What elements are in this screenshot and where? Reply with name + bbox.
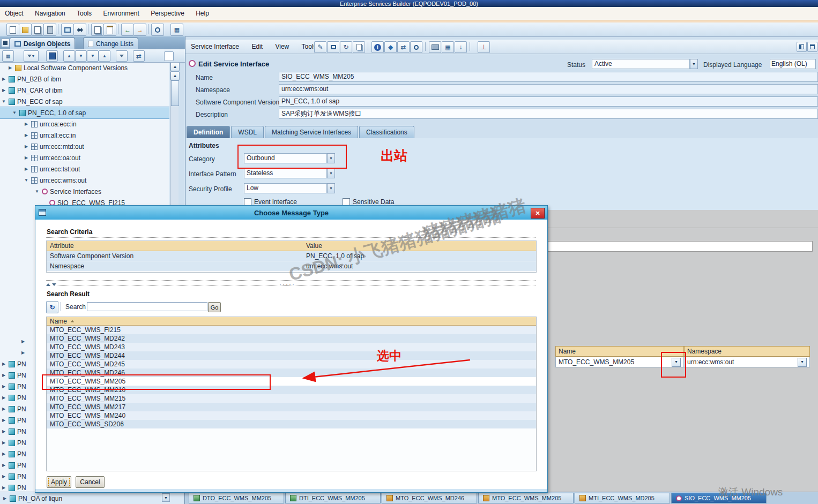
status-combobox[interactable]: Active ▼ [592, 59, 698, 69]
refresh-icon[interactable]: ↻ [46, 301, 58, 313]
result-row[interactable]: MTO_ECC_WMS_MD242 [47, 334, 536, 343]
where-used-icon[interactable] [410, 41, 422, 53]
sort-ascending-icon[interactable]: ▲ [63, 50, 75, 62]
collapse-down-icon[interactable] [52, 283, 56, 286]
apply-button[interactable]: Apply [47, 476, 71, 488]
paste-icon[interactable] [103, 24, 116, 36]
expander-icon[interactable]: ▶ [1, 373, 6, 378]
scroll-page-icon[interactable]: ▲ [170, 71, 180, 80]
menu-navigation[interactable]: Navigation [30, 7, 70, 20]
tab-classifications[interactable]: Classifications [359, 126, 414, 138]
move-down-icon[interactable]: ▼ [87, 50, 99, 62]
fullscreen-icon[interactable] [807, 42, 817, 52]
result-row[interactable]: MTO_ECC_WMS_MM215 [47, 394, 536, 403]
display-icon[interactable] [327, 41, 339, 53]
collapse-up-icon[interactable] [46, 283, 50, 286]
expander-icon[interactable]: ▶ [1, 395, 6, 400]
bottom-tab-mto-mm205[interactable]: MTO_ECC_WMS_MM205 [478, 493, 574, 503]
result-row[interactable]: MTO_ECC_WMS_MD243 [47, 343, 536, 351]
bottom-tab-sio-active[interactable]: SIO_ECC_WMS_MM205 [671, 493, 767, 503]
sensitive-data-checkbox[interactable]: Sensitive Data [343, 198, 394, 206]
expander-icon[interactable]: ▶ [1, 452, 6, 456]
expander-icon[interactable]: ▶ [1, 407, 6, 411]
value-help-icon[interactable]: ▼ [672, 358, 681, 367]
tree-item[interactable]: ▼ urn:ecc:wms:out [0, 175, 169, 186]
splitter-grip[interactable]: ····· [279, 281, 295, 288]
search-objects-icon[interactable] [73, 24, 86, 36]
tree-item[interactable]: ▶ PN_CAR of ibm [0, 85, 169, 96]
menu-service-interface[interactable]: Service Interface [185, 40, 244, 54]
close-icon[interactable]: ✕ [531, 208, 545, 219]
expander-icon[interactable]: ▶ [24, 122, 29, 126]
chevron-down-icon[interactable]: ▼ [327, 183, 335, 193]
menu-environment[interactable]: Environment [98, 7, 144, 20]
tree-item[interactable]: ▶ urn:all:ecc:in [0, 130, 169, 141]
table-view-icon[interactable]: ▦ [442, 41, 454, 53]
dialog-titlebar[interactable]: Choose Message Type ✕ [35, 206, 547, 220]
scrollbar-thumb[interactable] [171, 80, 179, 106]
bottom-tab-dto[interactable]: DTO_ECC_WMS_MM205 [189, 493, 284, 503]
filter-edit-icon[interactable] [116, 50, 128, 62]
swap-panes-icon[interactable] [797, 42, 807, 52]
expander-icon[interactable]: ▼ [1, 99, 6, 104]
expander-icon[interactable]: ▼ [34, 189, 40, 194]
tree-bottom-row[interactable]: ▶ PN_OA of liqun ▼ [0, 492, 185, 504]
description-field[interactable]: SAP采购订单发送WMS接口 [279, 109, 818, 119]
result-column-header-name[interactable]: Name [47, 317, 536, 326]
chevron-down-icon[interactable]: ▼ [162, 493, 170, 502]
tree-item[interactable]: ▶ urn:ecc:mtd:out [0, 141, 169, 152]
expander-icon[interactable]: ▶ [1, 485, 6, 490]
bottom-tab-dti[interactable]: DTI_ECC_WMS_MM205 [285, 493, 381, 503]
tree-item[interactable]: ▼ PN_ECC of sap [0, 96, 169, 107]
chevron-down-icon[interactable]: ▼ [690, 59, 698, 69]
relations-icon[interactable]: ⊥ [478, 41, 490, 53]
transport-icon[interactable]: ⇄ [397, 41, 410, 53]
chevron-down-icon[interactable]: ▼ [327, 153, 335, 163]
history-icon[interactable] [151, 24, 164, 36]
column-header-name[interactable]: Name [555, 346, 684, 357]
chevron-down-icon[interactable]: ▼ [327, 168, 335, 178]
criteria-row[interactable]: Namespace urn:ecc:wms:out [47, 261, 536, 272]
search-input[interactable] [87, 302, 207, 311]
security-profile-combobox[interactable]: Low ▼ [244, 183, 335, 193]
expander-icon[interactable]: ▶ [1, 440, 6, 445]
expander-icon[interactable]: ▶ [1, 362, 6, 366]
expander-icon[interactable]: ▶ [1, 474, 6, 479]
expander-icon[interactable]: ▶ [1, 88, 6, 93]
menu-perspective[interactable]: Perspective [146, 7, 189, 20]
expander-icon[interactable]: ▼ [24, 178, 29, 183]
check-icon[interactable]: ◆ [384, 41, 397, 53]
column-header-namespace[interactable]: Namespace [684, 346, 810, 357]
tree-item[interactable]: ▶ urn:ecc:oa:out [0, 152, 169, 163]
panel-menu-icon[interactable] [1, 39, 10, 47]
result-row[interactable]: MTO_ECC_WMS_MM210 [47, 386, 536, 394]
back-icon[interactable]: ← [121, 24, 134, 36]
language-combobox[interactable]: English (OL) [770, 59, 816, 69]
detach-panel-icon[interactable] [164, 51, 174, 61]
copy-icon[interactable] [91, 24, 104, 36]
expander-icon[interactable]: ▶ [1, 384, 6, 389]
workbench-icon[interactable] [61, 24, 74, 36]
menu-object[interactable]: Object [0, 7, 28, 20]
menu-tools[interactable]: Tools [72, 7, 96, 20]
result-row[interactable]: MTO_ECC_WMS_MM240 [47, 411, 536, 420]
expander-icon[interactable]: ▶ [1, 429, 6, 434]
result-row[interactable]: MTO_ECC_WMS_MD245 [47, 360, 536, 368]
name-field[interactable]: SIO_ECC_WMS_MM205 [279, 72, 818, 82]
value-help-icon[interactable]: ▼ [798, 358, 807, 367]
result-row[interactable]: MTO_ECC_WMS_SD206 [47, 420, 536, 428]
copy-object-icon[interactable] [31, 24, 44, 36]
info-icon[interactable]: i [371, 41, 384, 53]
splitter-collapse-icons[interactable] [46, 283, 56, 286]
open-object-icon[interactable] [19, 24, 32, 36]
delete-object-icon[interactable] [43, 24, 56, 36]
criteria-row[interactable]: Software Component Version PN_ECC, 1.0 o… [47, 251, 536, 261]
expander-icon[interactable]: ▶ [8, 65, 13, 70]
swap-icon[interactable]: ⇄ [133, 50, 145, 62]
checkbox-icon[interactable] [244, 198, 251, 206]
message-type-name-cell[interactable]: MTO_ECC_WMS_MM205 ▼ [555, 357, 684, 367]
edit-toggle-icon[interactable]: ✎ [314, 41, 326, 53]
swcv-field[interactable]: PN_ECC, 1.0 of sap [279, 96, 818, 107]
go-button[interactable]: Go [208, 302, 221, 312]
expander-icon[interactable]: ▶ [20, 350, 26, 355]
